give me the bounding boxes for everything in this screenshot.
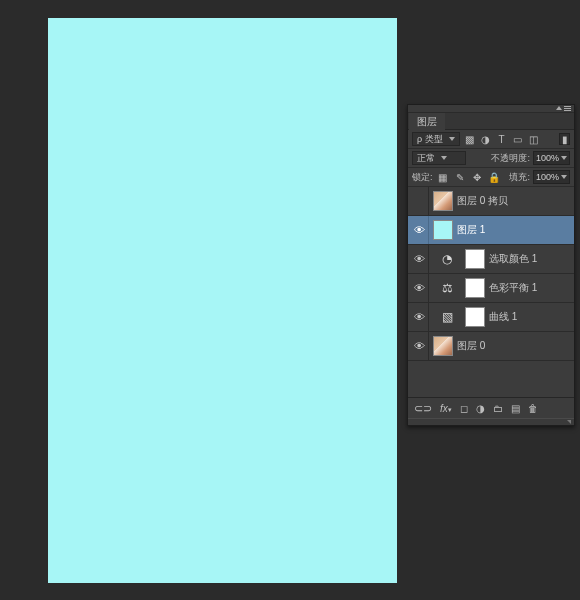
fill-value[interactable]: 100%: [533, 170, 570, 184]
visibility-toggle[interactable]: 👁: [410, 332, 429, 360]
add-mask-icon[interactable]: ◻: [460, 403, 468, 414]
collapse-icon[interactable]: [556, 106, 562, 110]
tab-layers[interactable]: 图层: [409, 113, 445, 133]
delete-layer-icon[interactable]: 🗑: [528, 403, 538, 414]
layer-name[interactable]: 曲线 1: [489, 310, 517, 324]
opacity-value[interactable]: 100%: [533, 151, 570, 165]
lock-all-icon[interactable]: 🔒: [487, 170, 501, 184]
layer-row[interactable]: 👁 ◔ 选取颜色 1: [408, 245, 574, 274]
visibility-toggle[interactable]: 👁: [410, 245, 429, 273]
visibility-toggle[interactable]: [410, 187, 429, 215]
lock-row: 锁定: ▦ ✎ ✥ 🔒 填充: 100%: [408, 168, 574, 187]
filter-adjust-icon[interactable]: ◑: [479, 132, 493, 146]
link-layers-icon[interactable]: ⊂⊃: [414, 402, 432, 415]
filter-kind-dropdown[interactable]: ρ 类型: [412, 132, 460, 146]
curves-icon[interactable]: ▧: [437, 307, 457, 327]
layer-row[interactable]: 图层 0 拷贝: [408, 187, 574, 216]
layer-list: 图层 0 拷贝 👁 图层 1 👁 ◔ 选取颜色 1 👁 ⚖ 色彩平衡 1: [408, 187, 574, 397]
blend-mode-dropdown[interactable]: 正常: [412, 151, 466, 165]
filter-shape-icon[interactable]: ▭: [511, 132, 525, 146]
layer-name[interactable]: 图层 0: [457, 339, 485, 353]
blend-row: 正常 不透明度: 100%: [408, 149, 574, 168]
opacity-label: 不透明度:: [491, 152, 530, 165]
fill-label: 填充:: [509, 171, 530, 184]
filter-pixel-icon[interactable]: ▩: [463, 132, 477, 146]
filter-switch-icon[interactable]: ▮: [559, 133, 570, 145]
lock-brush-icon[interactable]: ✎: [453, 170, 467, 184]
lock-position-icon[interactable]: ✥: [470, 170, 484, 184]
new-adjustment-icon[interactable]: ◑: [476, 403, 485, 414]
layer-row[interactable]: 👁 图层 1: [408, 216, 574, 245]
layer-thumbnail[interactable]: [433, 220, 453, 240]
new-layer-icon[interactable]: ▤: [511, 403, 520, 414]
visibility-toggle[interactable]: 👁: [410, 274, 429, 302]
panel-top-bar: [408, 105, 574, 113]
workspace: 图层 ρ 类型 ▩ ◑ T ▭ ◫ ▮ 正常 不透明度: 100% 锁定: ▦: [0, 0, 580, 600]
layer-mask-thumbnail[interactable]: [465, 249, 485, 269]
layer-mask-thumbnail[interactable]: [465, 278, 485, 298]
filter-smart-icon[interactable]: ◫: [527, 132, 541, 146]
panel-menu-icon[interactable]: [564, 106, 571, 111]
selective-color-icon[interactable]: ◔: [437, 249, 457, 269]
panel-bottom-bar: ⊂⊃ fx▾ ◻ ◑ 🗀 ▤ 🗑: [408, 397, 574, 418]
lock-transparent-icon[interactable]: ▦: [436, 170, 450, 184]
lock-label: 锁定:: [412, 171, 433, 184]
color-balance-icon[interactable]: ⚖: [437, 278, 457, 298]
layer-name[interactable]: 图层 0 拷贝: [457, 194, 508, 208]
filter-type-icon[interactable]: T: [495, 132, 509, 146]
layer-mask-thumbnail[interactable]: [465, 307, 485, 327]
layer-row[interactable]: 👁 图层 0: [408, 332, 574, 361]
layer-style-icon[interactable]: fx▾: [440, 403, 452, 414]
layer-filter-row: ρ 类型 ▩ ◑ T ▭ ◫ ▮: [408, 130, 574, 149]
layer-thumbnail[interactable]: [433, 191, 453, 211]
layer-name[interactable]: 图层 1: [457, 223, 485, 237]
filter-icons: ▩ ◑ T ▭ ◫: [463, 132, 541, 146]
canvas[interactable]: [48, 18, 397, 583]
layer-row[interactable]: 👁 ⚖ 色彩平衡 1: [408, 274, 574, 303]
panel-resize-handle[interactable]: [408, 418, 574, 425]
layer-thumbnail[interactable]: [433, 336, 453, 356]
layer-row[interactable]: 👁 ▧ 曲线 1: [408, 303, 574, 332]
visibility-toggle[interactable]: 👁: [410, 303, 429, 331]
new-group-icon[interactable]: 🗀: [493, 403, 503, 414]
layers-panel: 图层 ρ 类型 ▩ ◑ T ▭ ◫ ▮ 正常 不透明度: 100% 锁定: ▦: [407, 104, 575, 426]
layer-name[interactable]: 色彩平衡 1: [489, 281, 537, 295]
layer-name[interactable]: 选取颜色 1: [489, 252, 537, 266]
visibility-toggle[interactable]: 👁: [410, 216, 429, 244]
panel-tabs: 图层: [408, 113, 574, 130]
